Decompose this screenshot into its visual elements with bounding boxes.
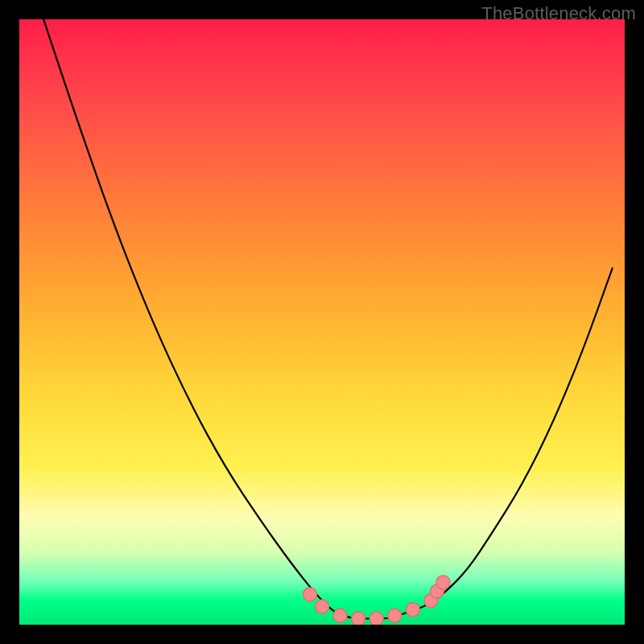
watermark-text: TheBottleneck.com bbox=[481, 3, 636, 24]
bottleneck-curve bbox=[19, 19, 625, 625]
curve-marker bbox=[388, 609, 402, 622]
curve-marker bbox=[436, 576, 450, 589]
curve-marker bbox=[369, 612, 383, 625]
curve-marker bbox=[352, 612, 365, 625]
curve-marker bbox=[316, 600, 329, 613]
chart-frame bbox=[19, 19, 625, 625]
curve-marker bbox=[406, 603, 419, 617]
curve-marker bbox=[303, 588, 317, 601]
curve-marker bbox=[333, 609, 347, 622]
